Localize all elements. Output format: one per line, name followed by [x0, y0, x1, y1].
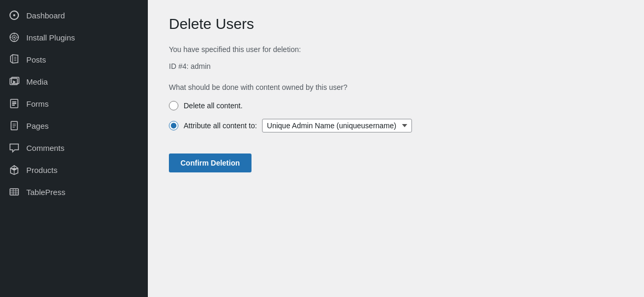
user-id-text: ID #4: admin	[169, 62, 623, 70]
sidebar: Dashboard Install Plugins Posts Media Fo…	[0, 0, 148, 297]
svg-point-3	[14, 37, 15, 38]
sidebar-item-install-plugins[interactable]: Install Plugins	[0, 26, 148, 48]
page-title: Delete Users	[169, 16, 623, 33]
svg-rect-9	[12, 105, 15, 106]
tablepress-icon	[8, 186, 20, 198]
sidebar-item-label: Dashboard	[26, 11, 65, 20]
sidebar-item-forms[interactable]: Forms	[0, 93, 148, 115]
attribute-user-select[interactable]: Unique Admin Name (uniqueusername)	[262, 119, 412, 132]
sidebar-item-label: Products	[26, 166, 57, 175]
subtitle-text: You have specified this user for deletio…	[169, 45, 623, 54]
attribute-to-radio[interactable]	[169, 121, 178, 130]
svg-rect-11	[10, 189, 18, 195]
forms-icon	[8, 98, 20, 109]
sidebar-item-tablepress[interactable]: TablePress	[0, 181, 148, 203]
sidebar-item-dashboard[interactable]: Dashboard	[0, 4, 148, 26]
svg-point-1	[13, 14, 15, 16]
media-icon	[8, 76, 20, 87]
install-plugins-icon	[8, 32, 20, 43]
sidebar-item-label: Forms	[26, 99, 49, 108]
sidebar-item-posts[interactable]: Posts	[0, 48, 148, 70]
delete-all-label[interactable]: Delete all content.	[184, 101, 243, 110]
confirm-deletion-button[interactable]: Confirm Deletion	[169, 153, 251, 172]
sidebar-item-label: Pages	[26, 121, 49, 130]
comments-icon	[8, 142, 20, 153]
sidebar-item-label: TablePress	[26, 188, 65, 197]
svg-rect-8	[12, 103, 16, 104]
dashboard-icon	[8, 9, 20, 21]
question-text: What should be done with content owned b…	[169, 83, 623, 91]
main-content: Delete Users You have specified this use…	[148, 0, 644, 297]
option-delete-row: Delete all content.	[169, 101, 623, 110]
sidebar-item-label: Install Plugins	[26, 33, 75, 42]
pages-icon	[8, 120, 20, 131]
option-attribute-row: Attribute all content to: Unique Admin N…	[169, 119, 623, 132]
sidebar-item-label: Media	[26, 77, 48, 86]
sidebar-item-pages[interactable]: Pages	[0, 115, 148, 137]
delete-all-radio[interactable]	[169, 101, 178, 110]
svg-rect-7	[12, 101, 16, 103]
sidebar-item-label: Comments	[26, 144, 65, 152]
sidebar-item-products[interactable]: Products	[0, 159, 148, 181]
attribute-to-label[interactable]: Attribute all content to:	[184, 121, 257, 130]
posts-icon	[8, 54, 20, 65]
products-icon	[8, 164, 20, 176]
sidebar-item-comments[interactable]: Comments	[0, 137, 148, 159]
sidebar-item-label: Posts	[26, 55, 46, 64]
sidebar-item-media[interactable]: Media	[0, 70, 148, 93]
